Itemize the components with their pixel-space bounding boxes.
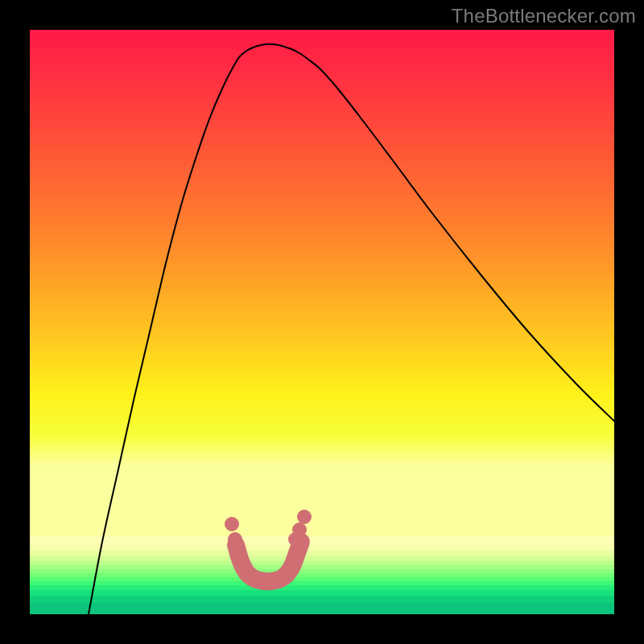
chart-svg xyxy=(30,30,614,614)
chart-frame: TheBottlenecker.com xyxy=(0,0,644,644)
curve-left-curve xyxy=(89,44,274,614)
curve-right-curve xyxy=(274,44,614,421)
thick-pink-curve xyxy=(236,542,301,581)
marker-dot xyxy=(225,517,239,531)
plot-area xyxy=(30,30,614,614)
watermark-text: TheBottlenecker.com xyxy=(452,5,636,27)
marker-dot xyxy=(297,510,312,524)
marker-dot xyxy=(292,522,307,537)
marker-dot xyxy=(228,532,242,547)
